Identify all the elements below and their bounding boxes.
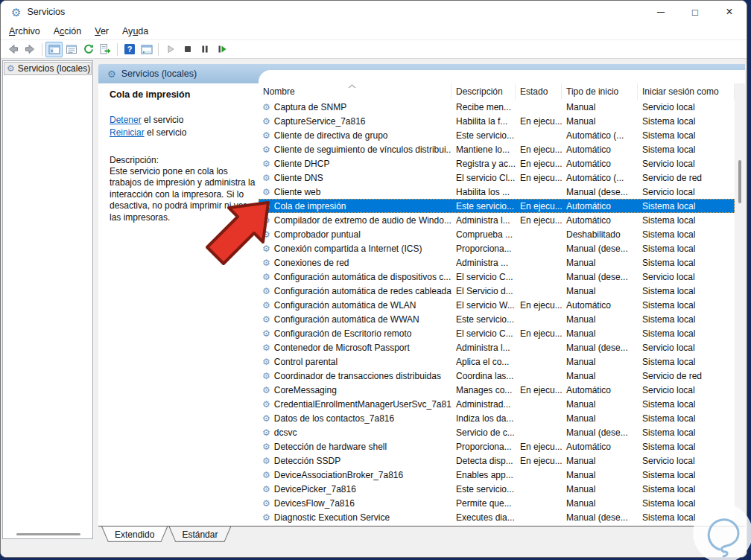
vertical-scrollbar-thumb[interactable] — [738, 160, 741, 203]
service-name: Configuración automática de redes cablea… — [274, 286, 451, 296]
service-desc: Detecta disp... — [451, 456, 516, 466]
maximize-button[interactable]: □ — [678, 1, 712, 23]
service-logon-as: Sistema local — [638, 314, 735, 325]
service-logon-as: Servicio local — [638, 456, 735, 466]
pause-service-icon[interactable] — [196, 42, 213, 57]
tab-estandar[interactable]: Estándar — [168, 526, 231, 542]
service-desc: Este servicio... — [451, 484, 516, 494]
service-name: dcsvc — [274, 427, 297, 438]
service-logon-as: Sistema local — [638, 244, 735, 254]
service-row[interactable]: ⚙DeviceAssociationBroker_7a816Enables ap… — [259, 468, 735, 482]
service-row[interactable]: ⚙Diagnostic Execution ServiceExecutes di… — [259, 510, 735, 524]
service-row[interactable]: ⚙Comprobador puntualComprueba ...Deshabi… — [259, 227, 735, 241]
service-row[interactable]: ⚙DevicePicker_7a816Este servicio...Manua… — [259, 482, 735, 496]
service-row[interactable]: ⚙Cola de impresiónEste servicio...En eje… — [259, 199, 735, 213]
service-row[interactable]: ⚙Cliente DNSEl servicio Cl...En ejecu...… — [259, 171, 735, 185]
service-desc: Executes dia... — [451, 512, 516, 523]
service-row[interactable]: ⚙Captura de SNMPRecibe men...ManualServi… — [259, 100, 735, 114]
column-header-tipo-de-inicio[interactable]: Tipo de inicio — [562, 83, 638, 100]
service-row[interactable]: ⚙Control parentalAplica el co...ManualSi… — [259, 354, 735, 369]
service-desc: Administra l... — [451, 215, 516, 226]
service-desc: Coordina las... — [451, 371, 516, 381]
service-row[interactable]: ⚙dcsvcServicio de c...Manual (dese...Sis… — [259, 425, 735, 439]
service-row[interactable]: ⚙Configuración automática de dispositivo… — [259, 270, 735, 284]
service-row[interactable]: ⚙CaptureService_7a816Habilita la f...En … — [259, 114, 735, 128]
service-row[interactable]: ⚙Detección SSDPDetecta disp...En ejecu..… — [259, 454, 735, 468]
service-desc: Administra l... — [451, 343, 516, 353]
tree-item-servicios-locales[interactable]: ⚙ Servicios (locales) — [4, 62, 92, 75]
menu-ayuda[interactable]: Ayuda — [115, 25, 155, 38]
back-icon[interactable] — [4, 42, 22, 57]
service-row[interactable]: ⚙Configuración automática de WLANEl serv… — [259, 298, 735, 312]
service-logon-as: Sistema local — [638, 258, 735, 268]
tab-extendido[interactable]: Extendido — [101, 526, 168, 542]
tab-extendido-label: Extendido — [101, 526, 168, 542]
service-name: Coordinador de transacciones distribuida… — [274, 371, 441, 381]
column-header-descripcion[interactable]: Descripción — [451, 83, 516, 100]
vertical-scrollbar[interactable] — [735, 83, 745, 526]
service-name: CaptureService_7a816 — [274, 116, 366, 127]
start-service-icon[interactable] — [162, 42, 179, 57]
service-row[interactable]: ⚙Contenedor de Microsoft PassportAdminis… — [259, 340, 735, 354]
service-startup-type: Manual — [562, 498, 638, 509]
services-list-area: Nombre Descripción Estado Tipo de inicio… — [259, 83, 745, 526]
forward-icon[interactable] — [22, 42, 39, 57]
service-row[interactable]: ⚙CredentialEnrollmentManagerUserSvc_7a81… — [259, 397, 735, 411]
service-logon-as: Sistema local — [638, 201, 735, 211]
properties-icon[interactable] — [63, 42, 80, 57]
service-row[interactable]: ⚙Cliente de directiva de grupoEste servi… — [259, 128, 735, 142]
show-console-tree-icon[interactable] — [45, 42, 63, 57]
service-row[interactable]: ⚙ — [259, 524, 735, 526]
service-row[interactable]: ⚙Datos de los contactos_7a816Indiza los … — [259, 411, 735, 425]
close-button[interactable]: × — [712, 1, 747, 23]
service-row[interactable]: ⚙Cliente DHCPRegistra y ac...En ejecu...… — [259, 156, 735, 171]
menu-ver[interactable]: Ver — [88, 25, 115, 38]
service-row[interactable]: ⚙Detección de hardware shellProporciona.… — [259, 439, 735, 454]
service-row[interactable]: ⚙Coordinador de transacciones distribuid… — [259, 369, 735, 383]
toolbar-separator — [158, 43, 159, 56]
service-gear-icon: ⚙ — [262, 372, 270, 381]
help-icon[interactable]: ? — [121, 42, 138, 57]
restart-service-icon[interactable] — [213, 42, 230, 57]
service-startup-type: Manual — [562, 470, 638, 480]
menu-archivo[interactable]: Archivo — [2, 25, 47, 38]
toolbar-separator — [117, 43, 118, 56]
toolbar-separator — [42, 43, 42, 56]
service-row[interactable]: ⚙Cliente webHabilita los ...Manual (dese… — [259, 185, 735, 199]
export-list-icon[interactable] — [97, 42, 114, 57]
menu-acción[interactable]: Acción — [47, 25, 89, 38]
horizontal-scrollbar-thumb[interactable] — [16, 533, 80, 535]
stop-service-icon[interactable] — [179, 42, 196, 57]
service-logon-as: Servicio local — [638, 159, 735, 169]
service-description: Este servicio pone en cola los trabajos … — [110, 166, 256, 223]
service-row[interactable]: ⚙Compilador de extremo de audio de Windo… — [259, 213, 735, 227]
service-row[interactable]: ⚙CoreMessagingManages co...En ejecu...Au… — [259, 383, 735, 397]
restart-service-link[interactable]: Reiniciar — [110, 127, 145, 138]
service-logon-as: Sistema local — [638, 300, 735, 311]
service-row[interactable]: ⚙DevicesFlow_7a816Permite que...ManualSi… — [259, 496, 735, 510]
service-row[interactable]: ⚙Configuración de Escritorio remotoEl se… — [259, 326, 735, 340]
minimize-button[interactable]: ─ — [644, 1, 678, 23]
services-rows: ⚙Captura de SNMPRecibe men...ManualServi… — [259, 100, 745, 526]
service-gear-icon: ⚙ — [262, 202, 270, 211]
service-row[interactable]: ⚙Conexión compartida a Internet (ICS)Pro… — [259, 241, 735, 255]
service-gear-icon: ⚙ — [262, 456, 270, 465]
stop-service-link[interactable]: Detener — [110, 115, 142, 125]
service-gear-icon: ⚙ — [262, 230, 270, 239]
service-startup-type: Manual — [562, 456, 638, 466]
service-gear-icon: ⚙ — [262, 216, 270, 225]
extended-view-icon[interactable] — [138, 42, 155, 57]
service-desc: Proporciona... — [451, 244, 516, 254]
service-desc: Recibe men... — [451, 102, 516, 112]
service-row[interactable]: ⚙Conexiones de redAdministra ...ManualSi… — [259, 255, 735, 270]
service-row[interactable]: ⚙Configuración automática de redes cable… — [259, 284, 735, 298]
service-logon-as: Sistema local — [638, 144, 735, 155]
service-row[interactable]: ⚙Cliente de seguimiento de vínculos dist… — [259, 142, 735, 156]
service-name: Cliente de seguimiento de vínculos distr… — [274, 144, 451, 155]
service-name: Conexión compartida a Internet (ICS) — [274, 244, 422, 254]
column-header-iniciar-sesion-como[interactable]: Iniciar sesión como — [638, 83, 735, 100]
column-header-estado[interactable]: Estado — [516, 83, 562, 100]
refresh-icon[interactable] — [80, 42, 97, 57]
service-desc: Proporciona... — [451, 442, 516, 452]
service-row[interactable]: ⚙Configuración automática de WWANEste se… — [259, 312, 735, 326]
